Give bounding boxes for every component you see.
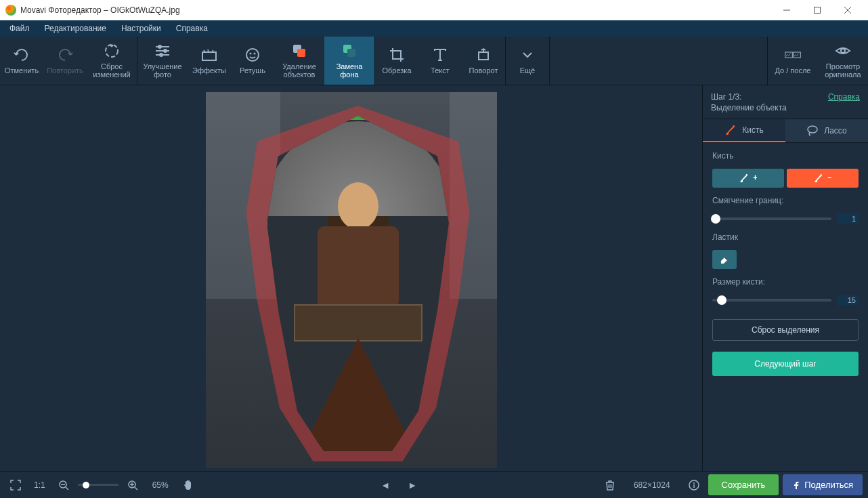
eye-icon xyxy=(835,43,851,59)
svg-text:+: + xyxy=(753,173,757,182)
label-soften: Смягчение границ: xyxy=(712,196,859,205)
undo-button[interactable]: Отменить xyxy=(0,37,43,85)
next-step-button[interactable]: Следующий шаг xyxy=(712,352,859,376)
before-after-button[interactable]: До / после xyxy=(768,37,818,85)
effects-icon xyxy=(201,47,217,63)
soften-value[interactable]: 1 xyxy=(837,213,859,224)
prev-image-button[interactable]: ◄ xyxy=(375,475,395,495)
menu-bar: Файл Редактирование Настройки Справка xyxy=(0,20,868,37)
svg-rect-11 xyxy=(202,52,216,60)
svg-rect-1 xyxy=(814,7,820,14)
brush-size-value[interactable]: 15 xyxy=(837,295,859,306)
window-close-button[interactable] xyxy=(832,0,863,20)
zoom-slider-thumb[interactable] xyxy=(83,482,89,489)
enhance-icon xyxy=(154,43,171,59)
undo-icon xyxy=(14,47,30,63)
canvas-viewport[interactable] xyxy=(0,85,702,471)
window-minimize-button[interactable] xyxy=(771,0,802,20)
svg-point-10 xyxy=(159,53,163,57)
window-maximize-button[interactable] xyxy=(802,0,832,20)
photo-torso xyxy=(318,226,399,308)
fullscreen-button[interactable] xyxy=(5,475,26,495)
svg-point-37 xyxy=(693,482,695,484)
label-brush-size: Размер кисти: xyxy=(712,277,859,287)
svg-line-30 xyxy=(135,487,137,490)
text-icon xyxy=(432,47,448,63)
redo-icon xyxy=(57,47,73,63)
main-toolbar: Отменить Повторить Сброс изменений Улучш… xyxy=(0,37,868,85)
before-after-icon xyxy=(785,47,801,63)
lasso-icon xyxy=(806,125,819,136)
delete-button[interactable] xyxy=(600,475,620,495)
svg-rect-19 xyxy=(479,52,488,60)
reset-selection-button[interactable]: Сброс выделения xyxy=(712,319,859,341)
effects-button[interactable]: Эффекты xyxy=(188,37,231,85)
soften-slider-thumb[interactable] xyxy=(711,214,720,224)
photo-tray xyxy=(294,304,422,341)
more-button[interactable]: Ещё xyxy=(506,37,549,85)
share-button[interactable]: Поделиться xyxy=(783,474,863,495)
svg-point-23 xyxy=(808,126,817,133)
tab-lasso[interactable]: Лассо xyxy=(785,119,868,142)
svg-rect-20 xyxy=(785,52,793,58)
background-swap-button[interactable]: Замена фона xyxy=(324,37,374,85)
crop-button[interactable]: Обрезка xyxy=(375,37,418,85)
rotate-button[interactable]: Поворот xyxy=(462,37,505,85)
actual-size-button[interactable]: 1:1 xyxy=(30,475,49,495)
window-title: Movavi Фоторедактор – OIGkOtWuZQA.jpg xyxy=(20,5,771,15)
brush-icon xyxy=(724,125,737,136)
brush-size-slider-thumb[interactable] xyxy=(717,295,726,305)
next-image-button[interactable]: ► xyxy=(402,475,422,495)
menu-edit[interactable]: Редактирование xyxy=(38,22,113,35)
step-indicator: Шаг 1/3: Выделение объекта xyxy=(711,92,787,113)
app-logo-icon xyxy=(5,5,16,16)
help-link[interactable]: Справка xyxy=(828,92,860,102)
retouch-button[interactable]: Ретушь xyxy=(231,37,274,85)
reset-changes-button[interactable]: Сброс изменений xyxy=(87,37,137,85)
save-button[interactable]: Сохранить xyxy=(708,474,779,495)
menu-help[interactable]: Справка xyxy=(169,22,215,35)
zoom-percent: 65% xyxy=(152,480,169,490)
svg-rect-16 xyxy=(297,49,305,57)
svg-rect-21 xyxy=(794,52,801,58)
redo-button[interactable]: Повторить xyxy=(43,37,87,85)
svg-point-6 xyxy=(158,45,162,49)
brush-subtract-button[interactable]: − xyxy=(787,169,859,188)
image-dimensions: 682×1024 xyxy=(634,480,670,490)
bg-swap-icon xyxy=(341,43,357,59)
crop-icon xyxy=(389,47,405,63)
facebook-icon xyxy=(792,481,800,489)
brush-add-button[interactable]: + xyxy=(712,169,784,188)
info-button[interactable] xyxy=(684,475,704,495)
zoom-slider[interactable] xyxy=(78,484,118,486)
photo-subject xyxy=(284,121,433,447)
reset-icon xyxy=(104,43,120,59)
rotate-icon xyxy=(475,47,492,63)
label-eraser: Ластик xyxy=(712,232,859,242)
zoom-in-button[interactable] xyxy=(123,475,143,495)
bottom-bar: 1:1 65% ◄ ► 682×1024 Сохранить Поделитьс… xyxy=(0,471,868,498)
retouch-icon xyxy=(244,47,261,63)
svg-rect-18 xyxy=(347,49,355,57)
enhance-button[interactable]: Улучшение фото xyxy=(137,37,188,85)
view-original-button[interactable]: Просмотр оригинала xyxy=(818,37,868,85)
menu-settings[interactable]: Настройки xyxy=(114,22,168,35)
eraser-button[interactable] xyxy=(712,250,737,269)
svg-point-12 xyxy=(246,49,259,61)
object-removal-button[interactable]: Удаление объектов xyxy=(274,37,324,85)
text-button[interactable]: Текст xyxy=(418,37,462,85)
svg-point-22 xyxy=(841,49,845,53)
remove-object-icon xyxy=(291,43,307,59)
zoom-out-button[interactable] xyxy=(53,475,74,495)
svg-point-14 xyxy=(254,52,256,54)
pan-hand-button[interactable] xyxy=(178,475,198,495)
brush-size-slider[interactable] xyxy=(712,299,831,302)
chevron-down-icon xyxy=(519,47,536,63)
photo-head xyxy=(338,182,378,230)
label-brush: Кисть xyxy=(712,151,859,161)
menu-file[interactable]: Файл xyxy=(3,22,37,35)
window-titlebar: Movavi Фоторедактор – OIGkOtWuZQA.jpg xyxy=(0,0,868,20)
soften-slider[interactable] xyxy=(712,217,831,220)
photo-canvas[interactable] xyxy=(206,92,497,468)
tab-brush[interactable]: Кисть xyxy=(703,119,785,142)
